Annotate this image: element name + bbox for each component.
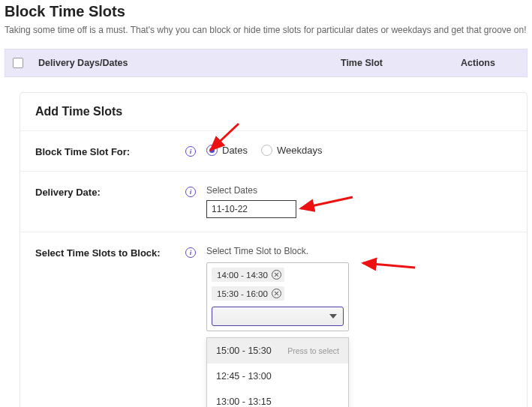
- slot-tag: 14:00 - 14:30: [212, 268, 284, 282]
- info-icon[interactable]: [185, 247, 196, 258]
- row-delivery-date: Delivery Date: Select Dates: [20, 172, 527, 232]
- table-header-row: Delivery Days/Dates Time Slot Actions: [5, 49, 527, 77]
- slot-tag-label: 14:00 - 14:30: [217, 271, 268, 280]
- slot-tag-label: 15:30 - 16:00: [217, 289, 268, 298]
- info-icon[interactable]: [185, 146, 196, 157]
- delivery-date-label: Delivery Date:: [35, 185, 185, 198]
- row-select-slots: Select Time Slots to Block: Select Time …: [20, 232, 527, 407]
- page-subtitle: Taking some time off is a must. That's w…: [5, 25, 527, 35]
- select-slots-label: Select Time Slots to Block:: [35, 246, 185, 259]
- block-for-label: Block Time Slot For:: [35, 145, 185, 157]
- press-to-select-hint: Press to select: [287, 346, 339, 355]
- col-delivery-days: Delivery Days/Dates: [38, 58, 287, 68]
- select-slot-hint: Select Time Slot to Block.: [206, 246, 349, 256]
- add-time-slots-card: Add Time Slots Block Time Slot For: Date…: [20, 92, 527, 407]
- option-label: 12:45 - 13:00: [216, 371, 272, 382]
- info-icon[interactable]: [185, 187, 196, 197]
- radio-dates-label: Dates: [222, 145, 248, 156]
- select-all-checkbox[interactable]: [13, 58, 23, 68]
- radio-dates[interactable]: Dates: [206, 145, 248, 156]
- slot-tag: 15:30 - 16:00: [212, 286, 284, 301]
- radio-weekdays-label: Weekdays: [277, 145, 322, 156]
- radio-weekdays[interactable]: Weekdays: [261, 145, 322, 156]
- remove-tag-icon[interactable]: [272, 289, 281, 298]
- card-title: Add Time Slots: [20, 93, 527, 131]
- page-title: Block Time Slots: [5, 3, 527, 20]
- col-actions: Actions: [437, 58, 519, 68]
- slot-dropdown: 15:00 - 15:30 Press to select 12:45 - 13…: [206, 337, 349, 407]
- slot-select-trigger[interactable]: [212, 307, 344, 326]
- chevron-down-icon: [329, 314, 337, 319]
- row-block-for: Block Time Slot For: Dates Weekdays: [20, 131, 527, 172]
- col-time-slot: Time Slot: [287, 58, 437, 68]
- select-dates-hint: Select Dates: [206, 185, 296, 196]
- remove-tag-icon[interactable]: [272, 270, 281, 280]
- dropdown-option[interactable]: 13:00 - 13:15: [207, 389, 348, 407]
- option-label: 15:00 - 15:30: [216, 346, 272, 356]
- delivery-date-input[interactable]: [206, 200, 296, 218]
- dropdown-option[interactable]: 12:45 - 13:00: [207, 364, 348, 389]
- dropdown-option[interactable]: 15:00 - 15:30 Press to select: [207, 338, 348, 364]
- option-label: 13:00 - 13:15: [216, 397, 272, 407]
- time-slot-multiselect[interactable]: 14:00 - 14:30 15:30 - 16:00: [206, 262, 349, 331]
